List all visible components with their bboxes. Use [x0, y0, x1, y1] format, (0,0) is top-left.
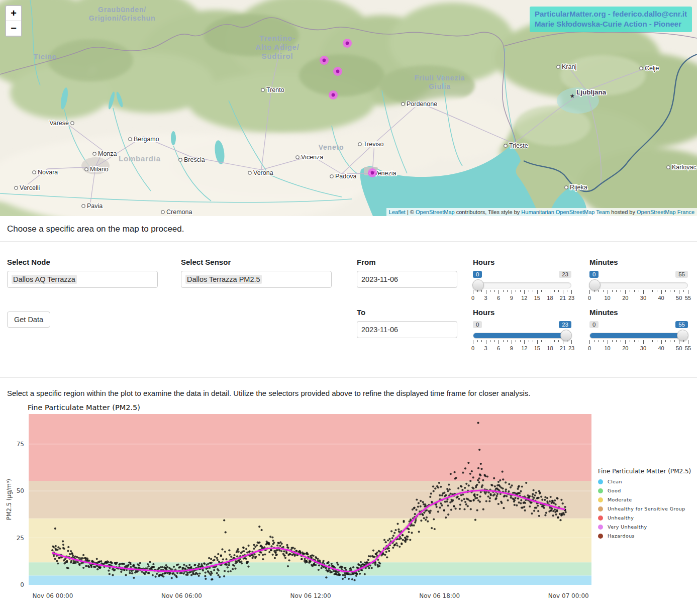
svg-text:Bergamo: Bergamo	[134, 136, 159, 143]
project-overlay-line1: ParticularMatter.org - federico.dallo@cn…	[535, 9, 687, 19]
zoom-out-button[interactable]: −	[6, 21, 21, 36]
legend-item-hazardous[interactable]: Hazardous	[598, 533, 697, 539]
sensor-marker[interactable]	[333, 67, 342, 76]
x-tick-label: Nov 07 00:00	[548, 592, 589, 599]
slider-track[interactable]	[473, 333, 571, 339]
to-minutes-slider[interactable]: 0550102030405055	[589, 321, 688, 352]
get-data-button[interactable]: Get Data	[7, 312, 50, 328]
slider-max-badge: 23	[559, 271, 571, 278]
aqi-band-unhealthy-for-sensitive-group	[29, 481, 591, 519]
map-tiles: Graubünden/Grigioni/GrischunTicinoTrenti…	[0, 0, 697, 216]
slider-ruler	[473, 290, 571, 294]
scatter-outlier	[478, 449, 480, 451]
slider-handle[interactable]	[560, 330, 572, 341]
slider-tick-label: 3	[484, 345, 487, 351]
slider-tick	[541, 290, 542, 292]
scatter-outlier	[454, 471, 456, 473]
slider-tick	[589, 340, 590, 344]
legend-item-good[interactable]: Good	[598, 488, 697, 493]
slider-tick	[608, 290, 608, 294]
city-cremona: Cremona	[161, 209, 192, 216]
slider-tick	[473, 340, 473, 344]
slider-tick-label: 12	[521, 345, 527, 351]
slider-tick	[516, 340, 516, 342]
x-tick-label: Nov 06 12:00	[290, 592, 331, 599]
from-hours-slider[interactable]: 02303691215182123	[473, 271, 571, 301]
select-sensor-input[interactable]: Dallos Terrazza PM2.5	[181, 271, 332, 288]
aqi-band-unhealthy	[29, 414, 591, 481]
slider-tick	[616, 290, 617, 292]
attribution-link[interactable]: Humanitarian OpenStreetMap Team	[521, 209, 610, 215]
scatter-outlier	[467, 462, 469, 464]
slider-tick	[652, 290, 653, 292]
scatter-outlier	[54, 528, 56, 530]
sensor-marker[interactable]	[329, 90, 338, 99]
slider-handle[interactable]	[472, 279, 484, 291]
to-hours-slider[interactable]: 02303691215182123	[473, 321, 571, 352]
slider-max-badge: 23	[559, 321, 571, 328]
slider-ruler	[473, 340, 571, 345]
slider-track[interactable]	[473, 282, 571, 288]
slider-tick-label: 40	[658, 295, 664, 301]
from-minutes-slider[interactable]: 0550102030405055	[589, 271, 688, 301]
pm25-chart[interactable]: Fine Particulate Matter (PM2.5)0255075No…	[0, 402, 598, 605]
slider-tick	[657, 340, 657, 342]
sensor-marker[interactable]	[343, 39, 352, 48]
slider-tick	[481, 340, 482, 342]
slider-tick	[477, 340, 478, 342]
from-date-input[interactable]: 2023-11-06	[357, 271, 457, 288]
slider-handle[interactable]	[677, 330, 688, 341]
legend-item-unhealthy[interactable]: Unhealthy	[598, 515, 697, 521]
to-date-input[interactable]: 2023-11-06	[357, 321, 457, 338]
slider-tick-label: 0	[471, 345, 474, 351]
slider-fill	[590, 333, 687, 338]
from-date-value: 2023-11-06	[361, 275, 398, 283]
scatter-outlier	[480, 463, 482, 465]
legend-item-clean[interactable]: Clean	[598, 479, 697, 484]
map-prompt: Choose a specific area on the map to pro…	[0, 216, 697, 234]
slider-tick	[567, 290, 567, 292]
attribution-link[interactable]: OpenStreetMap	[416, 209, 455, 215]
slider-ruler	[589, 290, 688, 294]
legend-item-unhealthy-for-sensitive-group[interactable]: Unhealthy for Sensitive Group	[598, 506, 697, 511]
legend-swatch	[598, 506, 603, 511]
zoom-in-button[interactable]: +	[6, 6, 21, 21]
slider-handle[interactable]	[589, 279, 601, 291]
select-node-input[interactable]: Dallos AQ Terrazza	[7, 271, 158, 288]
slider-tick	[670, 340, 670, 342]
legend-label: Unhealthy	[608, 515, 634, 521]
attribution-link[interactable]: OpenStreetMap France	[637, 209, 694, 215]
city-pordenone: Pordenone	[402, 100, 437, 108]
leaflet-map[interactable]: Graubünden/Grigioni/GrischunTicinoTrenti…	[0, 0, 697, 216]
slider-tick	[616, 340, 617, 342]
slider-track[interactable]	[589, 333, 688, 339]
slider-tick	[516, 290, 516, 292]
slider-tick	[621, 340, 621, 342]
attribution-text: contributors, Tiles style by	[455, 209, 522, 215]
slider-tick	[639, 290, 639, 292]
legend-label: Hazardous	[608, 533, 635, 539]
y-axis-label: PM2.5 (µg/m³)	[6, 479, 13, 520]
sensor-marker[interactable]	[368, 168, 377, 177]
slider-tick	[683, 340, 684, 342]
y-tick-label: 0	[20, 581, 24, 588]
attribution-link[interactable]: Leaflet	[389, 209, 406, 215]
slider-tick-label: 0	[588, 345, 591, 351]
slider-tick	[648, 290, 648, 292]
capital-star-icon: ★	[570, 92, 575, 99]
slider-tick	[494, 340, 495, 342]
legend-item-very-unhealthy[interactable]: Very Unhealthy	[598, 524, 697, 530]
select-node-label: Select Node	[7, 258, 158, 266]
slider-max-badge: 55	[675, 271, 688, 278]
x-tick-label: Nov 06 00:00	[32, 592, 73, 599]
svg-text:Venezia: Venezia	[374, 170, 396, 177]
slider-tick	[683, 290, 684, 292]
slider-tick-label: 21	[560, 295, 566, 301]
slider-tick-label: 21	[560, 345, 566, 351]
sensor-marker[interactable]	[320, 56, 329, 65]
slider-tick-label: 15	[534, 345, 540, 351]
slider-tick-label: 9	[510, 295, 513, 301]
slider-tick	[520, 290, 521, 292]
legend-item-moderate[interactable]: Moderate	[598, 497, 697, 502]
slider-track[interactable]	[589, 282, 688, 288]
